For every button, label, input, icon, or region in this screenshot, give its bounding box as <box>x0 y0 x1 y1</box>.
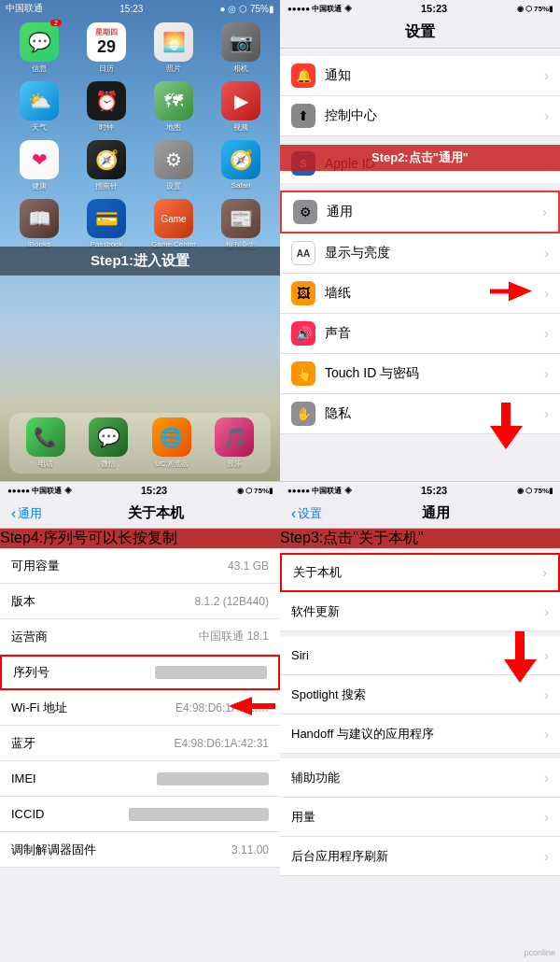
controlcenter-icon: ⬆ <box>291 104 315 128</box>
general-item-accessibility[interactable]: 辅助功能 › <box>280 758 560 798</box>
chevron-icon: › <box>544 68 549 83</box>
general-icon: ⚙ <box>293 200 317 224</box>
step4-label: Step4:序列号可以长按复制 <box>0 529 280 548</box>
info-wifi: Wi-Fi 地址 E4:98:D6:1A:42:… <box>0 690 280 726</box>
app-newsstand[interactable]: 📰 报刊杂志 <box>211 199 271 250</box>
back-button-bl[interactable]: ‹ 通用 <box>11 505 42 522</box>
app-photos[interactable]: 🌅 照片 <box>144 22 203 74</box>
info-serial[interactable]: 序列号 <box>0 655 280 690</box>
chevron-icon: › <box>544 406 549 421</box>
svg-marker-0 <box>490 282 532 302</box>
chevron-siri: › <box>544 648 549 663</box>
time-tl: 15:23 <box>119 4 143 14</box>
app-calendar[interactable]: 星期四 29 日历 <box>77 22 136 74</box>
chevron-icon: › <box>544 108 549 123</box>
dock-wechat[interactable]: 💬 微信 <box>89 417 128 469</box>
settings-item-general[interactable]: ⚙ 通用 › <box>280 191 560 233</box>
app-passbook[interactable]: 💳 Passbook <box>77 199 136 250</box>
step2-label: Step2:点击"通用" <box>280 145 560 171</box>
chevron-about: › <box>542 565 547 580</box>
app-maps[interactable]: 🗺 地图 <box>144 81 203 133</box>
nav-bar-br: ‹ 设置 通用 <box>280 499 560 529</box>
app-health[interactable]: ❤ 健康 <box>9 140 69 191</box>
down-arrow <box>490 403 523 453</box>
back-button-br[interactable]: ‹ 设置 <box>291 505 322 522</box>
right-icons-tl: ● ◎ ⬡ 75%▮ <box>220 4 274 14</box>
info-modem: 调制解调器固件 3.11.00 <box>0 832 280 868</box>
svg-marker-1 <box>490 403 523 449</box>
chevron-icon: › <box>544 286 549 301</box>
info-carrier: 运营商 中国联通 18.1 <box>0 619 280 655</box>
chevron-icon: › <box>542 205 547 219</box>
status-bar-tl: 中国联通 15:23 ● ◎ ⬡ 75%▮ <box>0 0 280 17</box>
info-version: 版本 8.1.2 (12B440) <box>0 584 280 619</box>
settings-item-sound[interactable]: 🔊 声音 › <box>280 314 560 354</box>
chevron-update: › <box>544 604 549 619</box>
privacy-icon: ✋ <box>291 402 315 426</box>
right-tr: ◉ ⬡ 75%▮ <box>517 5 553 13</box>
app-settings[interactable]: ⚙ 设置 <box>144 140 203 191</box>
info-iccid: ICCID <box>0 797 280 832</box>
settings-item-notification[interactable]: 🔔 通知 › <box>280 56 560 96</box>
app-grid: 💬2 信息 星期四 29 日历 🌅 照片 📷 相机 ⛅ 天气 <box>0 17 280 256</box>
status-bar-bl: ●●●●● 中国联通 ◈ 15:23 ◉ ⬡ 75%▮ <box>0 482 280 499</box>
notification-icon: 🔔 <box>291 64 315 88</box>
dock: 📞 电话 💬 微信 🌐 UC浏览器 🎵 音乐 <box>9 413 271 474</box>
about-screen: ●●●●● 中国联通 ◈ 15:23 ◉ ⬡ 75%▮ ‹ 通用 关于本机 St… <box>0 481 280 962</box>
display-icon: AA <box>291 241 315 265</box>
app-clock[interactable]: ⏰ 时钟 <box>77 81 136 133</box>
app-camera[interactable]: 📷 相机 <box>211 22 271 74</box>
info-imei: IMEI <box>0 761 280 797</box>
carrier-tl: 中国联通 <box>6 2 43 15</box>
general-item-about[interactable]: 关于本机 › <box>280 553 560 592</box>
arrow-wifi <box>229 697 275 719</box>
app-messages[interactable]: 💬2 信息 <box>9 22 69 74</box>
general-item-usage[interactable]: 用量 › <box>280 798 560 837</box>
chevron-icon: › <box>544 366 549 381</box>
info-capacity: 可用容量 43.1 GB <box>0 548 280 584</box>
general-item-update[interactable]: 软件更新 › <box>280 592 560 631</box>
app-weather[interactable]: ⛅ 天气 <box>9 81 69 133</box>
chevron-icon: › <box>544 246 549 261</box>
settings-item-touchid[interactable]: 👆 Touch ID 与密码 › <box>280 354 560 394</box>
settings-item-controlcenter[interactable]: ⬆ 控制中心 › <box>280 96 560 136</box>
svg-marker-3 <box>504 631 537 683</box>
status-bar-br: ●●●●● 中国联通 ◈ 15:23 ◉ ⬡ 75%▮ <box>280 482 560 499</box>
touchid-icon: 👆 <box>291 361 315 386</box>
dock-music[interactable]: 🎵 音乐 <box>215 417 254 469</box>
app-ibooks[interactable]: 📖 iBooks <box>9 199 69 250</box>
status-bar-tr: ●●●●● 中国联通 ◈ 15:23 ◉ ⬡ 75%▮ <box>280 0 560 17</box>
home-screen: 中国联通 15:23 ● ◎ ⬡ 75%▮ 💬2 信息 星期四 29 日历 🌅 … <box>0 0 280 481</box>
app-compass[interactable]: 🧭 指南针 <box>77 140 136 191</box>
step3-label: Step3:点击"关于本机" <box>280 529 560 548</box>
wallpaper-icon: 🖼 <box>291 281 315 305</box>
chevron-icon: › <box>544 326 549 341</box>
arrow-indicator <box>490 280 532 307</box>
chevron-accessibility: › <box>544 771 549 785</box>
dock-uc[interactable]: 🌐 UC浏览器 <box>152 417 191 469</box>
time-tr: 15:23 <box>421 3 447 14</box>
app-gamecenter[interactable]: Game Game Center <box>144 199 203 250</box>
page-title-bl: 关于本机 <box>42 504 269 522</box>
nav-bar-bl: ‹ 通用 关于本机 <box>0 499 280 529</box>
info-bluetooth: 蓝牙 E4:98:D6:1A:42:31 <box>0 726 280 761</box>
settings-screen: Step2:点击"通用" ●●●●● 中国联通 ◈ 15:23 ◉ ⬡ 75%▮… <box>280 0 560 481</box>
app-video[interactable]: ▶ 视频 <box>211 81 271 133</box>
chevron-usage: › <box>544 810 549 825</box>
general-item-handoff[interactable]: Handoff 与建议的应用程序 › <box>280 714 560 754</box>
settings-title: 设置 <box>280 17 560 49</box>
carrier-tr: ●●●●● 中国联通 ◈ <box>287 4 352 14</box>
watermark: pconline <box>524 948 555 957</box>
step1-label: Step1:进入设置 <box>0 247 280 276</box>
svg-marker-2 <box>229 697 275 715</box>
settings-item-display[interactable]: AA 显示与亮度 › <box>280 233 560 274</box>
dock-phone[interactable]: 📞 电话 <box>26 417 65 469</box>
chevron-handoff: › <box>544 727 549 742</box>
general-item-background[interactable]: 后台应用程序刷新 › <box>280 837 560 876</box>
down-arrow-br <box>504 631 537 686</box>
settings-item-wallpaper[interactable]: 🖼 墙纸 › <box>280 274 560 314</box>
chevron-spotlight: › <box>544 687 549 702</box>
sound-icon: 🔊 <box>291 321 315 346</box>
app-safari[interactable]: 🧭 Safari <box>211 140 271 191</box>
general-screen: ●●●●● 中国联通 ◈ 15:23 ◉ ⬡ 75%▮ ‹ 设置 通用 Step… <box>280 481 560 962</box>
